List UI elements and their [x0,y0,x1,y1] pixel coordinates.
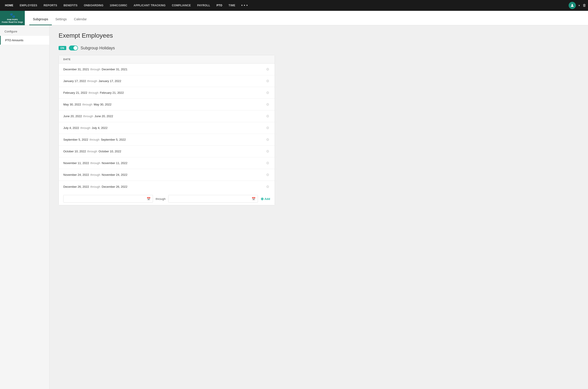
row-end-date: November 11, 2022 [102,161,127,165]
row-gear-button[interactable]: ⚙ [265,66,270,72]
row-end-date: December 26, 2022 [102,185,127,188]
sidebar-item-configure[interactable]: Configure [0,27,49,36]
row-gear-button[interactable]: ⚙ [265,148,270,154]
row-through-text: through [80,126,90,130]
start-date-input[interactable]: 📅 [63,195,153,203]
row-gear-button[interactable]: ⚙ [265,125,270,131]
row-gear-button[interactable]: ⚙ [265,78,270,84]
row-gear-button[interactable]: ⚙ [265,90,270,96]
row-end-date: July 4, 2022 [92,126,107,130]
page-title: Exempt Employees [59,32,579,39]
nav-item-time[interactable]: TIME [225,0,239,11]
nav-item-home[interactable]: HOME [2,0,16,11]
row-dates: December 31, 2021 through December 31, 2… [63,68,265,71]
user-avatar[interactable] [569,2,576,9]
nav-item-payroll[interactable]: PAYROLL [194,0,213,11]
row-start-date: July 4, 2022 [63,126,79,130]
row-start-date: November 24, 2022 [63,173,89,176]
start-cal-icon: 📅 [147,197,151,201]
add-through-label: through [156,197,166,201]
avatar-chevron[interactable]: ▼ [578,4,580,7]
nav-item-1094c[interactable]: 1094C/1095C [107,0,130,11]
row-start-date: January 17, 2022 [63,79,86,83]
row-end-date: September 5, 2022 [101,138,126,141]
row-dates: May 30, 2022 through May 30, 2022 [63,103,265,106]
table-row: May 30, 2022 through May 30, 2022 ⚙ [59,99,275,110]
subgroup-holidays-toggle[interactable] [69,46,78,50]
add-button-label: Add [264,197,270,201]
row-through-text: through [90,138,100,141]
toggle-on-badge: ON [59,46,66,50]
row-start-date: February 21, 2022 [63,91,87,95]
row-gear-button[interactable]: ⚙ [265,101,270,107]
sidebar: Configure PTO Amounts [0,25,50,389]
nav-item-benefits[interactable]: BENEFITS [60,0,81,11]
add-button[interactable]: ⊕ Add [261,197,270,201]
table-row: November 11, 2022 through November 11, 2… [59,157,275,169]
row-start-date: December 31, 2021 [63,68,89,71]
logo-paw-icon: 🐾 [10,13,15,18]
end-date-input[interactable]: 📅 [168,195,258,203]
row-gear-button[interactable]: ⚙ [265,137,270,143]
nav-more-button[interactable]: • • • [239,3,250,8]
row-gear-button[interactable]: ⚙ [265,160,270,166]
main-content: Exempt Employees ON Subgroup Holidays DA… [50,25,588,389]
row-gear-button[interactable]: ⚙ [265,184,270,190]
row-through-text: through [87,150,97,153]
nav-item-reports[interactable]: REPORTS [40,0,60,11]
row-through-text: through [90,185,100,188]
nav-item-employees[interactable]: EMPLOYEES [16,0,40,11]
row-dates: October 10, 2022 through October 10, 202… [63,150,265,153]
nav-item-applicant-tracking[interactable]: APPLICANT TRACKING [130,0,169,11]
row-dates: June 20, 2022 through June 20, 2022 [63,114,265,118]
row-end-date: October 10, 2022 [99,150,121,153]
nav-item-pto[interactable]: PTO [213,0,225,11]
row-start-date: June 20, 2022 [63,114,82,118]
trash-icon[interactable]: 🗑 [583,3,586,7]
toggle-label: Subgroup Holidays [81,46,115,50]
row-start-date: November 11, 2022 [63,161,89,165]
svg-point-0 [572,4,573,5]
table-row: December 26, 2022 through December 26, 2… [59,181,275,193]
table-header-date: DATE [59,55,275,64]
add-row: 📅 through 📅 ⊕ Add [59,193,275,205]
table-row: February 21, 2022 through February 21, 2… [59,87,275,99]
main-layout: Configure PTO Amounts Exempt Employees O… [0,25,588,389]
sub-tabs: Subgroups Settings Calendar [25,11,95,25]
holidays-table: DATE December 31, 2021 through December … [59,55,275,205]
row-dates: November 11, 2022 through November 11, 2… [63,161,265,165]
tab-calendar[interactable]: Calendar [70,17,90,25]
logo-company-name: PAW POPS Foster Read For Dogs [2,18,23,23]
table-row: July 4, 2022 through July 4, 2022 ⚙ [59,122,275,134]
row-start-date: October 10, 2022 [63,150,86,153]
nav-right-section: ▼ 🗑 [569,2,586,9]
table-rows-container: December 31, 2021 through December 31, 2… [59,64,275,193]
row-end-date: November 24, 2022 [102,173,127,176]
company-logo[interactable]: 🐾 PAW POPS Foster Read For Dogs [0,11,25,25]
sidebar-item-pto-amounts[interactable]: PTO Amounts [0,36,49,45]
table-row: January 17, 2022 through January 17, 202… [59,75,275,87]
row-through-text: through [90,173,100,176]
row-through-text: through [82,103,92,106]
tab-subgroups[interactable]: Subgroups [29,17,52,25]
secondary-header: 🐾 PAW POPS Foster Read For Dogs Subgroup… [0,11,588,25]
row-through-text: through [89,91,98,95]
row-end-date: June 20, 2022 [95,114,113,118]
row-start-date: May 30, 2022 [63,103,81,106]
nav-item-compliance[interactable]: COMPLIANCE [169,0,194,11]
row-gear-button[interactable]: ⚙ [265,172,270,178]
row-end-date: January 17, 2022 [99,79,121,83]
row-gear-button[interactable]: ⚙ [265,113,270,119]
table-row: November 24, 2022 through November 24, 2… [59,169,275,181]
add-plus-icon: ⊕ [261,197,264,201]
nav-item-onboarding[interactable]: ONBOARDING [81,0,107,11]
table-row: October 10, 2022 through October 10, 202… [59,146,275,157]
table-row: September 5, 2022 through September 5, 2… [59,134,275,146]
row-dates: July 4, 2022 through July 4, 2022 [63,126,265,130]
row-through-text: through [83,114,93,118]
row-through-text: through [87,79,97,83]
row-dates: January 17, 2022 through January 17, 202… [63,79,265,83]
tab-settings[interactable]: Settings [52,17,70,25]
end-cal-icon: 📅 [252,197,255,201]
row-dates: November 24, 2022 through November 24, 2… [63,173,265,176]
